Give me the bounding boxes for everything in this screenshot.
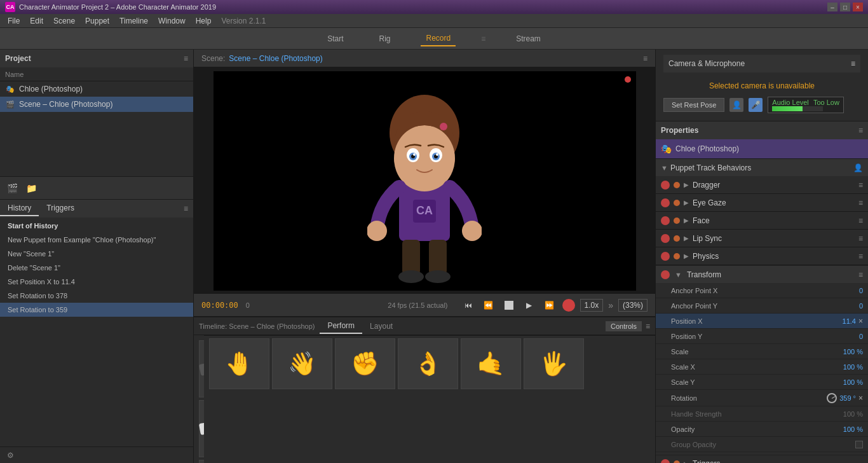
timeline-tab-perform[interactable]: Perform xyxy=(320,319,362,334)
face-expand-icon[interactable]: ▶ xyxy=(684,217,689,224)
menu-timeline[interactable]: Timeline xyxy=(114,15,153,27)
skip-to-start-button[interactable]: ⏮ xyxy=(461,298,476,313)
project-item-puppet[interactable]: 🎭 Chloe (Photoshop) xyxy=(0,81,193,97)
timeline-tab-layout[interactable]: Layout xyxy=(362,319,400,333)
hand-3[interactable]: ✊ xyxy=(335,338,395,389)
add-puppet-icon[interactable]: 👤 xyxy=(853,163,863,172)
menu-scene[interactable]: Scene xyxy=(48,15,80,27)
dragger-menu-icon[interactable]: ≡ xyxy=(858,181,863,190)
history-item-new-scene[interactable]: New "Scene 1" xyxy=(0,247,193,261)
toolbar-start[interactable]: Start xyxy=(322,32,348,46)
stop-button[interactable] xyxy=(501,298,517,313)
history-item-new-puppet[interactable]: New Puppet from Example "Chloe (Photosho… xyxy=(0,233,193,247)
folder-icon[interactable]: 📁 xyxy=(24,181,38,195)
triggers-eye-icon[interactable] xyxy=(661,459,670,463)
triggers-expand-icon[interactable]: ▶ xyxy=(684,460,689,464)
menu-file[interactable]: File xyxy=(3,15,25,27)
physics-eye-icon[interactable] xyxy=(661,252,670,261)
scale-x-value[interactable]: 100 % xyxy=(843,363,863,371)
menu-help[interactable]: Help xyxy=(191,15,217,27)
anchor-point-y-value[interactable]: 0 xyxy=(859,302,863,310)
transform-menu-icon[interactable]: ≡ xyxy=(858,270,863,279)
history-item-set-position[interactable]: Set Position X to 11.4 xyxy=(0,275,193,289)
dragger-dot-icon[interactable] xyxy=(674,182,680,188)
history-item-delete-scene[interactable]: Delete "Scene 1" xyxy=(0,261,193,275)
rotation-value[interactable]: 359 ° xyxy=(839,394,856,402)
tab-history[interactable]: History xyxy=(0,201,39,216)
hand-6[interactable]: 🖐 xyxy=(524,338,584,389)
timeline-menu-icon[interactable]: ≡ xyxy=(646,322,650,331)
history-menu-icon[interactable]: ≡ xyxy=(184,204,193,213)
hand-1[interactable]: 🤚 xyxy=(209,338,269,389)
physics-dot-icon[interactable] xyxy=(674,253,680,259)
speed-display[interactable]: 1.0x xyxy=(580,299,604,312)
rotation-close[interactable]: × xyxy=(858,394,863,403)
lip-sync-dot-icon[interactable] xyxy=(674,235,680,242)
toolbar-record[interactable]: Record xyxy=(421,31,456,46)
zoom-control[interactable]: (33%) xyxy=(618,299,648,312)
triggers-dot-icon[interactable] xyxy=(674,460,680,463)
record-button[interactable] xyxy=(562,299,575,312)
scale-y-value[interactable]: 100 % xyxy=(843,378,863,386)
minimize-button[interactable]: – xyxy=(827,3,837,11)
nav-arrows-right[interactable]: » xyxy=(608,300,613,310)
history-item-set-rotation-359[interactable]: Set Rotation to 359 xyxy=(0,303,193,317)
transform-collapse-icon[interactable]: ▼ xyxy=(675,271,682,279)
controls-mode-btn[interactable]: Controls xyxy=(606,321,642,331)
hand-2[interactable]: 👋 xyxy=(272,338,332,389)
position-x-value[interactable]: 11.4 xyxy=(843,317,856,325)
lip-sync-expand-icon[interactable]: ▶ xyxy=(684,235,689,242)
transform-eye-icon[interactable] xyxy=(661,270,670,279)
eye-gaze-expand-icon[interactable]: ▶ xyxy=(684,199,689,206)
title-text: Character Animator Project 2 – Adobe Cha… xyxy=(19,3,216,11)
step-forward-button[interactable]: ⏩ xyxy=(542,298,557,313)
properties-menu-icon[interactable]: ≡ xyxy=(858,126,863,135)
hand-4[interactable]: 👌 xyxy=(398,338,458,389)
microphone-icon[interactable]: 🎤 xyxy=(749,98,763,112)
face-eye-icon[interactable] xyxy=(661,216,670,225)
physics-expand-icon[interactable]: ▶ xyxy=(684,252,689,259)
maximize-button[interactable]: □ xyxy=(840,3,850,11)
physics-menu-icon[interactable]: ≡ xyxy=(858,252,863,261)
group-opacity-checkbox[interactable] xyxy=(855,441,863,448)
eyebrow-w-knob[interactable]: W xyxy=(199,400,204,457)
project-menu-icon[interactable]: ≡ xyxy=(184,54,188,63)
position-y-value[interactable]: 0 xyxy=(859,333,863,340)
settings-icon[interactable]: ⚙ xyxy=(5,450,15,460)
behaviors-collapse-icon[interactable]: ▼ xyxy=(661,164,668,172)
opacity-value[interactable]: 100 % xyxy=(843,425,863,433)
face-dot-icon[interactable] xyxy=(674,218,680,224)
play-button[interactable]: ▶ xyxy=(522,298,537,313)
history-item-start[interactable]: Start of History xyxy=(0,219,193,233)
menu-window[interactable]: Window xyxy=(153,15,191,27)
scene-menu-icon[interactable]: ≡ xyxy=(643,54,648,63)
eyebrow-b-knob[interactable]: B xyxy=(199,340,204,397)
project-item-scene[interactable]: 🎬 Scene – Chloe (Photoshop) xyxy=(0,97,193,112)
menu-edit[interactable]: Edit xyxy=(25,15,48,27)
lip-sync-menu-icon[interactable]: ≡ xyxy=(858,234,863,243)
camera-menu-icon[interactable]: ≡ xyxy=(851,59,855,68)
step-back-button[interactable]: ⏪ xyxy=(481,298,496,313)
person-icon[interactable]: 👤 xyxy=(729,98,743,112)
eye-gaze-dot-icon[interactable] xyxy=(674,200,680,206)
toolbar-stream[interactable]: Stream xyxy=(511,32,546,46)
position-x-close[interactable]: × xyxy=(858,317,863,326)
dragger-expand-icon[interactable]: ▶ xyxy=(684,181,689,188)
tab-triggers[interactable]: Triggers xyxy=(39,201,82,216)
anchor-point-x-value[interactable]: 0 xyxy=(859,287,863,294)
eye-gaze-menu-icon[interactable]: ≡ xyxy=(858,198,863,207)
scale-value[interactable]: 100 % xyxy=(843,348,863,356)
menu-puppet[interactable]: Puppet xyxy=(80,15,114,27)
hand-5[interactable]: 🤙 xyxy=(461,338,521,389)
new-composition-icon[interactable]: 🎬 xyxy=(5,181,19,195)
lip-sync-eye-icon[interactable] xyxy=(661,234,670,243)
dragger-eye-icon[interactable] xyxy=(661,181,670,190)
eyebrow-a-knob[interactable]: A xyxy=(199,460,204,463)
toolbar-rig[interactable]: Rig xyxy=(374,32,395,46)
history-item-set-rotation-378[interactable]: Set Rotation to 378 xyxy=(0,289,193,303)
close-button[interactable]: × xyxy=(853,3,863,11)
rest-pose-button[interactable]: Set Rest Pose xyxy=(663,98,724,112)
eye-gaze-eye-icon[interactable] xyxy=(661,198,670,207)
canvas-area[interactable]: CA xyxy=(194,67,655,294)
face-menu-icon[interactable]: ≡ xyxy=(858,216,863,225)
